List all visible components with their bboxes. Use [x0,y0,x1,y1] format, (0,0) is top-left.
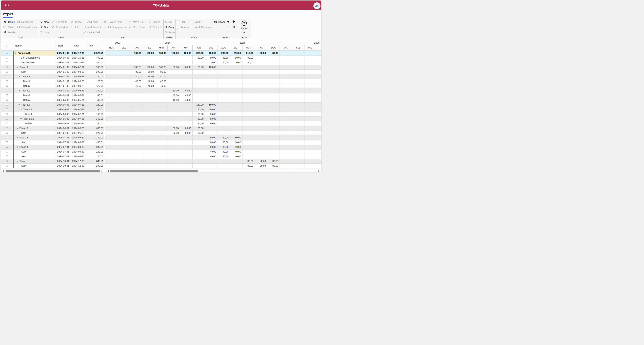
svg-text:?: ? [243,22,245,25]
